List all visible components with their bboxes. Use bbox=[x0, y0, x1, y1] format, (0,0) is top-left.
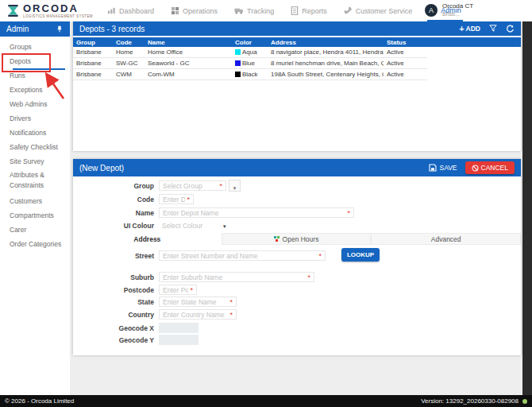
sidebar-item-order-categories[interactable]: Order Categories bbox=[0, 237, 70, 251]
nav-item-dashboard[interactable]: Dashboard bbox=[106, 0, 156, 21]
group-select-input[interactable] bbox=[160, 181, 226, 190]
nav-item-tracking[interactable]: Tracking bbox=[233, 0, 276, 21]
new-depot-panel: (New Depot) SAVE CANCEL bbox=[73, 159, 521, 355]
chevron-down-icon bbox=[233, 179, 237, 193]
geocode-y-label: Geocode Y bbox=[73, 336, 154, 344]
open-hours-icon bbox=[274, 236, 280, 242]
sidebar-item-site-survey[interactable]: Site Survey bbox=[0, 154, 70, 169]
footer: © 2026 - Orcoda Limited Version: 13292_2… bbox=[0, 395, 532, 407]
country-input[interactable] bbox=[160, 310, 236, 319]
state-input[interactable] bbox=[160, 297, 236, 306]
tab-address[interactable]: Address bbox=[73, 233, 222, 245]
panel-title: Depots - 3 records bbox=[79, 25, 145, 33]
sidebar-item-carer[interactable]: Carer bbox=[0, 223, 70, 237]
cell-code: Home bbox=[113, 48, 145, 56]
sidebar-item-compartments[interactable]: Compartments bbox=[0, 208, 70, 223]
sidebar-item-exceptions[interactable]: Exceptions bbox=[0, 83, 70, 97]
lookup-button[interactable]: LOOKUP bbox=[341, 248, 380, 262]
column-header-name[interactable]: Name bbox=[145, 39, 232, 46]
sidebar-item-safety-checklist[interactable]: Safety Checklist bbox=[0, 140, 70, 154]
cell-address: 8 navigator place, Hendra 4011, Hendra, … bbox=[268, 48, 384, 56]
street-label: Street bbox=[73, 252, 154, 260]
cancel-button[interactable]: CANCEL bbox=[465, 161, 515, 174]
form-row-suburb: Suburb bbox=[73, 272, 521, 282]
sidebar-item-depots[interactable]: Depots bbox=[0, 54, 70, 68]
ui-colour-label: UI Colour bbox=[73, 222, 154, 230]
suburb-input[interactable] bbox=[160, 273, 314, 281]
pin-icon[interactable] bbox=[56, 25, 64, 33]
footer-right: Version: 13292_20260330-082908 bbox=[421, 397, 527, 405]
group-dropdown-button[interactable] bbox=[229, 180, 241, 192]
form-row-ui-colour: UI Colour Select Colour bbox=[73, 220, 521, 231]
copyright-text: © 2026 - Orcoda Limited bbox=[5, 397, 74, 405]
sidebar-item-groups[interactable]: Groups bbox=[0, 40, 70, 54]
save-button-label: SAVE bbox=[439, 164, 457, 172]
sidebar-title: Admin bbox=[6, 25, 29, 33]
name-input[interactable] bbox=[160, 208, 353, 217]
cell-group: Brisbane bbox=[73, 71, 113, 78]
sidebar-item-drivers[interactable]: Drivers bbox=[0, 111, 70, 126]
filter-icon[interactable] bbox=[489, 25, 497, 33]
cell-code: SW-GC bbox=[113, 60, 145, 67]
code-label: Code bbox=[73, 196, 154, 204]
column-header-group[interactable]: Group bbox=[73, 39, 113, 46]
form-row-geocode-x: Geocode X bbox=[73, 323, 521, 333]
chevron-down-icon bbox=[223, 222, 226, 230]
nav-label: Reports bbox=[302, 7, 327, 15]
tab-open-hours[interactable]: Open Hours bbox=[222, 233, 372, 245]
ui-colour-placeholder: Select Colour bbox=[162, 222, 202, 230]
column-header-status[interactable]: Status bbox=[384, 39, 423, 46]
geocode-y-field bbox=[159, 335, 199, 345]
orcoda-logo: ORCODA LOGISTICS MANAGEMENT SYSTEM bbox=[0, 4, 93, 18]
table-header-row: Group Code Name Color Address Status bbox=[73, 37, 521, 47]
cell-status: Active bbox=[384, 71, 423, 78]
sidebar-item-customers[interactable]: Customers bbox=[0, 194, 70, 208]
table-row[interactable]: Brisbane Home Home Office Aqua 8 navigat… bbox=[73, 47, 427, 58]
group-select[interactable] bbox=[159, 180, 226, 191]
street-input[interactable] bbox=[160, 251, 325, 260]
cell-name: Home Office bbox=[145, 48, 232, 56]
sidebar-item-runs[interactable]: Runs bbox=[0, 68, 70, 83]
nav-item-reports[interactable]: Reports bbox=[289, 0, 329, 21]
suburb-field[interactable] bbox=[159, 272, 314, 282]
street-field[interactable] bbox=[159, 250, 326, 261]
cell-status: Active bbox=[384, 60, 423, 67]
avatar[interactable]: A bbox=[425, 4, 438, 17]
table-row[interactable]: Brisbane SW-GC Seaworld - GC Blue 8 muri… bbox=[73, 58, 427, 69]
depots-panel-header: Depots - 3 records ADD bbox=[73, 21, 521, 36]
user-location: Brisb... bbox=[442, 10, 473, 17]
column-header-code[interactable]: Code bbox=[113, 39, 145, 46]
column-header-color[interactable]: Color bbox=[232, 39, 268, 46]
form-tabs: Address Open Hours Advanced bbox=[73, 233, 521, 245]
scrollbar[interactable] bbox=[522, 21, 532, 395]
sidebar-item-web-admins[interactable]: Web Admins bbox=[0, 97, 70, 111]
table-row[interactable]: Brisbane CWM Com-WM Black 198A South Str… bbox=[73, 69, 427, 80]
depots-panel: Depots - 3 records ADD Group Code Name C… bbox=[73, 21, 521, 151]
user-menu[interactable]: A Orcoda CT Brisb... bbox=[425, 2, 473, 17]
ui-colour-select[interactable]: Select Colour bbox=[162, 222, 226, 230]
sidebar-item-notifications[interactable]: Notifications bbox=[0, 126, 70, 140]
refresh-icon[interactable] bbox=[506, 25, 515, 33]
state-field[interactable] bbox=[159, 297, 237, 307]
column-header-address[interactable]: Address bbox=[268, 39, 384, 46]
name-field[interactable] bbox=[159, 207, 354, 218]
add-button[interactable]: ADD bbox=[459, 24, 480, 33]
nav-item-customer-service[interactable]: Customer Service bbox=[342, 0, 414, 21]
user-name: Orcoda CT bbox=[442, 2, 473, 10]
form-row-geocode-y: Geocode Y bbox=[73, 335, 521, 345]
form-title: (New Depot) bbox=[79, 164, 124, 172]
country-field[interactable] bbox=[159, 309, 237, 320]
state-label: State bbox=[73, 298, 154, 306]
postcode-field[interactable] bbox=[159, 285, 197, 295]
plus-icon bbox=[459, 24, 465, 33]
version-text: Version: 13292_20260330-082908 bbox=[421, 397, 519, 405]
code-field[interactable] bbox=[159, 194, 194, 204]
color-swatch bbox=[235, 49, 241, 55]
tab-advanced[interactable]: Advanced bbox=[371, 233, 521, 245]
cell-color: Aqua bbox=[232, 48, 268, 56]
save-button[interactable]: SAVE bbox=[429, 164, 457, 172]
nav-item-operations[interactable]: Operations bbox=[169, 0, 219, 21]
sidebar-item-attributes-constraints[interactable]: Attributes & Constraints bbox=[0, 169, 70, 194]
cell-code: CWM bbox=[113, 71, 145, 78]
status-dot-icon bbox=[522, 399, 527, 404]
